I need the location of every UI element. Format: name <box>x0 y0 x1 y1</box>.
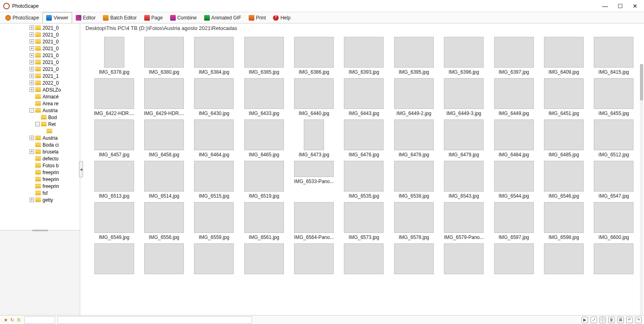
thumbnail[interactable]: IMG_6464.jpg <box>191 119 237 158</box>
tree-item[interactable]: freeprin <box>0 183 80 190</box>
status-action-2[interactable]: ⓘ <box>599 317 606 323</box>
tree-item[interactable]: +2021_0 <box>0 52 80 59</box>
thumbnail[interactable]: IMG_6573.jpg <box>341 202 387 240</box>
expand-toggle[interactable]: + <box>30 39 34 44</box>
thumbnail[interactable]: IMG_6395.jpg <box>391 37 437 75</box>
thumbnail[interactable]: IMG_6458.jpg <box>141 119 187 158</box>
expand-toggle[interactable]: + <box>30 81 34 85</box>
tab-animated-gif[interactable]: Animated GIF <box>200 12 245 23</box>
tree-item[interactable]: fsf <box>0 190 80 196</box>
thumbnail[interactable]: IMG_6556.jpg <box>141 202 187 240</box>
thumbnail[interactable]: IMG_6578.jpg <box>391 202 437 240</box>
tree-item[interactable]: +2021_1 <box>0 72 80 79</box>
thumbnail[interactable]: IMG_6514.jpg <box>141 161 187 199</box>
thumbnail[interactable]: IMG_6378.jpg <box>91 37 137 75</box>
thumbnail[interactable]: IMG_6579-Pano... <box>441 202 487 240</box>
thumbnail[interactable]: IMG_6512.jpg <box>591 119 637 158</box>
status-action-0[interactable]: ▶ <box>582 317 588 323</box>
tree-item[interactable]: +getty <box>0 196 80 203</box>
thumbnail[interactable]: IMG_6465.jpg <box>241 119 287 158</box>
thumbnail[interactable]: IMG_6449-2.jpg <box>391 78 437 116</box>
tab-batch-editor[interactable]: Batch Editor <box>99 12 140 23</box>
expand-toggle[interactable]: + <box>30 149 34 154</box>
tab-page[interactable]: Page <box>141 12 166 23</box>
status-action-3[interactable]: 🗑 <box>608 317 615 323</box>
thumbnail[interactable]: IMG_6519.jpg <box>241 161 287 199</box>
thumbnail[interactable] <box>291 243 337 276</box>
expand-toggle[interactable]: - <box>35 122 40 126</box>
tree-item[interactable]: Area re <box>0 100 80 107</box>
tree-item[interactable]: -Austria <box>0 107 80 114</box>
tree-item[interactable]: +Austria <box>0 134 80 141</box>
folder-tree[interactable]: +2021_0+2021_0+2021_0+2021_0+2021_0+2021… <box>0 23 80 230</box>
tree-item[interactable]: Fotos b <box>0 162 80 169</box>
thumbnail[interactable]: IMG_6384.jpg <box>191 37 237 75</box>
tree-item[interactable]: freeprin <box>0 169 80 176</box>
tree-item[interactable]: freeprin <box>0 176 80 183</box>
thumbnail[interactable]: IMG_6476.jpg <box>341 119 387 158</box>
thumbnail[interactable]: IMG_6440.jpg <box>291 78 337 116</box>
thumbnail[interactable]: IMG_6386.jpg <box>291 37 337 75</box>
thumbnail[interactable]: IMG_6544.jpg <box>491 161 537 199</box>
thumbnail[interactable]: IMG_6538.jpg <box>391 161 437 199</box>
expand-toggle[interactable]: + <box>30 60 34 64</box>
expand-toggle[interactable]: - <box>30 108 34 113</box>
expand-toggle[interactable]: + <box>30 136 34 140</box>
thumbnail[interactable]: IMG_6443.jpg <box>341 78 387 116</box>
thumbnail[interactable] <box>591 243 637 276</box>
thumbnail[interactable]: IMG_6449.jpg <box>491 78 537 116</box>
scrollbar-vertical[interactable] <box>640 64 643 315</box>
expand-toggle[interactable]: + <box>30 87 34 92</box>
thumbnail[interactable]: IMG_6393.jpg <box>341 37 387 75</box>
tree-item[interactable]: +brusela <box>0 148 80 155</box>
tree-item[interactable]: Boda ci <box>0 141 80 148</box>
thumbnail[interactable]: IMG_6385.jpg <box>241 37 287 75</box>
thumbnail[interactable]: IMG_6397.jpg <box>491 37 537 75</box>
thumbnail[interactable]: IMG_6543.jpg <box>441 161 487 199</box>
thumbnail[interactable]: IMG_6433.jpg <box>241 78 287 116</box>
thumbnail[interactable]: IMG_6549.jpg <box>91 202 137 240</box>
thumbnail[interactable]: IMG_6380.jpg <box>141 37 187 75</box>
thumbnail[interactable]: IMG_6429-HDR.... <box>141 78 187 116</box>
tab-print[interactable]: Print <box>245 12 270 23</box>
thumbnail[interactable]: IMG_6415.jpg <box>591 37 637 75</box>
expand-toggle[interactable]: + <box>30 53 34 58</box>
expand-toggle[interactable]: + <box>30 32 34 37</box>
status-tool-1[interactable]: ↻ <box>9 317 15 323</box>
thumbnail[interactable] <box>141 243 187 276</box>
thumbnail[interactable]: IMG_6564-Pano... <box>291 202 337 240</box>
expand-toggle[interactable]: + <box>30 74 34 78</box>
thumbnail[interactable]: IMG_6561.jpg <box>241 202 287 240</box>
tree-item[interactable]: Bod <box>0 114 80 121</box>
thumbnail[interactable]: IMG_6535.jpg <box>341 161 387 199</box>
status-tool-2[interactable]: ⎘ <box>15 317 22 323</box>
thumbnail[interactable]: IMG_6513.jpg <box>91 161 137 199</box>
tree-item[interactable] <box>0 128 80 134</box>
tree-item[interactable]: +2021_0 <box>0 59 80 66</box>
thumbnail[interactable] <box>91 243 137 276</box>
expand-toggle[interactable]: + <box>30 26 34 30</box>
thumbnail[interactable] <box>541 243 586 276</box>
status-action-4[interactable]: 🖶 <box>617 317 624 323</box>
thumbnail[interactable]: IMG_6484.jpg <box>491 119 537 158</box>
thumbnail[interactable]: IMG_6449-3.jpg <box>441 78 487 116</box>
expand-toggle[interactable]: + <box>30 46 34 51</box>
thumbnail[interactable]: IMG_6547.jpg <box>591 161 637 199</box>
scrollbar-thumb[interactable] <box>640 64 643 100</box>
tree-item[interactable]: +2021_0 <box>0 24 80 31</box>
tree-item[interactable]: +2021_0 <box>0 45 80 52</box>
thumbnail[interactable]: IMG_6597.jpg <box>491 202 537 240</box>
thumbnail[interactable]: IMG_6479.jpg <box>441 119 487 158</box>
tab-viewer[interactable]: Viewer <box>43 12 72 23</box>
thumbnail[interactable]: IMG_6422-HDR.... <box>91 78 137 116</box>
minimize-button[interactable]: — <box>602 3 608 9</box>
splitter-handle-horizontal[interactable] <box>32 230 48 231</box>
tree-item[interactable]: +2021_0 <box>0 66 80 72</box>
status-action-5[interactable]: ↶ <box>626 317 633 323</box>
tab-editor[interactable]: Editor <box>72 12 99 23</box>
thumbnail[interactable]: IMG_6515.jpg <box>191 161 237 199</box>
status-field-2[interactable] <box>58 316 252 324</box>
tree-item[interactable]: -Ret <box>0 121 80 128</box>
tree-item[interactable]: defecto <box>0 155 80 162</box>
tree-item[interactable]: +2021_0 <box>0 38 80 45</box>
